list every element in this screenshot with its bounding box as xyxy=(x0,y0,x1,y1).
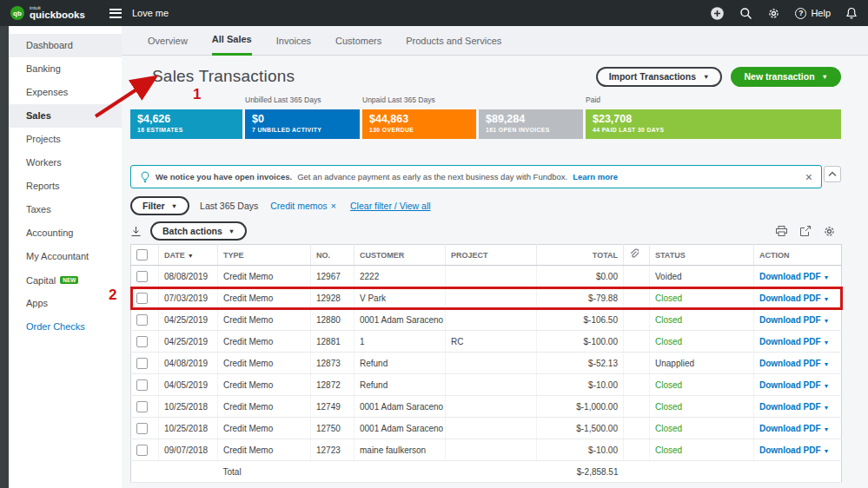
table-row[interactable]: 04/25/2019 Credit Memo 12881 1 RC $-100.… xyxy=(131,331,842,353)
row-checkbox[interactable] xyxy=(136,423,148,434)
row-checkbox[interactable] xyxy=(136,358,148,369)
new-transaction-button[interactable]: New transaction ▼ xyxy=(731,67,841,87)
money-bar-open-invoices[interactable]: $89,284 161 OPEN INVOICES xyxy=(479,109,583,139)
chevron-down-icon[interactable]: ▼ xyxy=(824,383,830,389)
row-checkbox[interactable] xyxy=(136,293,148,304)
print-icon[interactable] xyxy=(775,225,788,237)
chevron-down-icon[interactable]: ▼ xyxy=(824,405,830,411)
status-badge: Closed xyxy=(650,396,754,418)
batch-actions-bar: Batch actions ▼ xyxy=(130,221,841,241)
filter-bar: Filter ▼ Last 365 Days Credit memos × Cl… xyxy=(130,196,841,215)
chevron-down-icon[interactable]: ▼ xyxy=(824,340,830,346)
paperclip-icon xyxy=(629,248,639,260)
sidebar-item-accounting[interactable]: Accounting xyxy=(9,221,122,245)
money-bar-overdue[interactable]: $44,863 130 OVERDUE xyxy=(362,109,476,139)
row-checkbox[interactable] xyxy=(136,314,148,326)
tab-products-services[interactable]: Products and Services xyxy=(406,26,501,56)
row-checkbox[interactable] xyxy=(136,336,148,347)
sidebar-item-capital[interactable]: CapitalNEW xyxy=(9,268,122,292)
chevron-down-icon[interactable]: ▼ xyxy=(824,274,830,280)
tab-invoices[interactable]: Invoices xyxy=(276,26,311,56)
collapse-table-icon[interactable] xyxy=(130,226,142,237)
chevron-down-icon: ▼ xyxy=(822,73,828,81)
chevron-down-icon[interactable]: ▼ xyxy=(824,296,830,302)
column-header-type: TYPE xyxy=(218,245,311,266)
sidebar-item-workers[interactable]: Workers xyxy=(9,151,122,175)
filter-button[interactable]: Filter ▼ xyxy=(130,196,189,215)
chevron-down-icon[interactable]: ▼ xyxy=(824,318,830,324)
money-bar-unbilled[interactable]: $0 7 UNBILLED ACTIVITY xyxy=(245,109,360,139)
table-settings-gear-icon[interactable] xyxy=(823,225,836,238)
chevron-down-icon[interactable]: ▼ xyxy=(824,361,830,367)
download-pdf-link[interactable]: Download PDF xyxy=(759,445,821,455)
download-pdf-link[interactable]: Download PDF xyxy=(759,424,821,433)
credit-memos-filter-chip[interactable]: Credit memos × xyxy=(270,201,336,211)
download-pdf-link[interactable]: Download PDF xyxy=(759,337,821,346)
qb-logo-icon: qb xyxy=(10,6,24,20)
table-row[interactable]: 08/08/2019 Credit Memo 12967 2222 $0.00 … xyxy=(131,266,842,287)
sidebar-item-order-checks[interactable]: Order Checks xyxy=(9,315,122,339)
quickbooks-logo[interactable]: qb intuit quickbooks xyxy=(10,5,85,21)
download-pdf-link[interactable]: Download PDF xyxy=(759,315,821,325)
download-pdf-link[interactable]: Download PDF xyxy=(759,272,821,281)
select-all-checkbox[interactable] xyxy=(136,249,148,260)
sales-transactions-table: DATE▼ TYPE NO. CUSTOMER PROJECT TOTAL ST… xyxy=(130,244,842,483)
status-badge: Voided xyxy=(650,266,754,287)
sidebar-item-reports[interactable]: Reports xyxy=(9,175,122,198)
column-header-total: TOTAL xyxy=(537,245,624,266)
table-total-row: Total $-2,858.51 xyxy=(131,461,842,483)
column-header-date[interactable]: DATE▼ xyxy=(159,245,218,266)
money-bar-paid[interactable]: $23,708 44 PAID LAST 30 DAYS xyxy=(586,109,841,139)
top-bar: qb intuit quickbooks Love me ? Help xyxy=(0,0,868,26)
table-row[interactable]: 09/07/2018 Credit Memo 12723 maine faulk… xyxy=(131,439,842,461)
row-checkbox[interactable] xyxy=(136,379,148,391)
chevron-down-icon[interactable]: ▼ xyxy=(824,448,830,454)
annotation-step-2: 2 xyxy=(109,287,116,304)
annotation-step-1: 1 xyxy=(193,86,201,103)
quick-create-plus-icon[interactable] xyxy=(710,6,725,21)
tab-overview[interactable]: Overview xyxy=(148,26,188,56)
table-row[interactable]: 04/25/2019 Credit Memo 12880 0001 Adam S… xyxy=(131,309,842,331)
notifications-bell-icon[interactable] xyxy=(845,7,858,20)
main-area: Overview All Sales Invoices Customers Pr… xyxy=(122,26,868,488)
chevron-down-icon[interactable]: ▼ xyxy=(824,426,830,432)
search-icon[interactable] xyxy=(739,7,752,20)
table-row[interactable]: 04/05/2019 Credit Memo 12872 Refund $-10… xyxy=(131,374,842,396)
table-row-highlighted[interactable]: 07/03/2019 Credit Memo 12928 V Park $-79… xyxy=(131,287,842,309)
table-row[interactable]: 10/25/2018 Credit Memo 12750 0001 Adam S… xyxy=(131,418,842,439)
row-checkbox[interactable] xyxy=(136,401,148,412)
paid-label: Paid xyxy=(586,96,600,104)
export-icon[interactable] xyxy=(799,225,812,237)
import-transactions-button[interactable]: Import Transactions ▼ xyxy=(596,67,723,87)
hamburger-menu-icon[interactable] xyxy=(109,9,122,18)
row-checkbox[interactable] xyxy=(136,271,148,282)
sidebar-item-taxes[interactable]: Taxes xyxy=(9,198,122,221)
sidebar-item-dashboard[interactable]: Dashboard xyxy=(9,34,122,57)
sidebar-item-apps[interactable]: Apps xyxy=(9,292,122,315)
tab-all-sales[interactable]: All Sales xyxy=(212,26,252,56)
new-badge: NEW xyxy=(60,276,78,284)
status-badge: Closed xyxy=(650,418,754,439)
row-checkbox[interactable] xyxy=(136,445,148,456)
gear-icon[interactable] xyxy=(767,7,780,20)
scroll-up-button[interactable] xyxy=(824,166,841,182)
quickbooks-label: quickbooks xyxy=(30,10,85,21)
chevron-down-icon: ▼ xyxy=(171,202,177,210)
sidebar-item-my-accountant[interactable]: My Accountant xyxy=(9,245,122,268)
learn-more-link[interactable]: Learn more xyxy=(573,172,618,181)
download-pdf-link[interactable]: Download PDF xyxy=(759,359,821,368)
download-pdf-link[interactable]: Download PDF xyxy=(759,402,821,412)
help-button[interactable]: ? Help xyxy=(795,8,831,19)
download-pdf-link[interactable]: Download PDF xyxy=(759,293,821,303)
remove-filter-icon[interactable]: × xyxy=(331,201,336,211)
chevron-down-icon: ▼ xyxy=(703,73,709,81)
batch-actions-button[interactable]: Batch actions ▼ xyxy=(150,221,247,241)
table-row[interactable]: 04/08/2019 Credit Memo 12873 Refund $-52… xyxy=(131,353,842,374)
help-label: Help xyxy=(811,8,831,18)
tab-customers[interactable]: Customers xyxy=(335,26,381,56)
close-icon[interactable]: × xyxy=(805,171,812,183)
clear-filter-link[interactable]: Clear filter / View all xyxy=(350,201,431,211)
table-row[interactable]: 10/25/2018 Credit Memo 12749 0001 Adam S… xyxy=(131,396,842,418)
sidebar-item-projects[interactable]: Projects xyxy=(9,128,122,151)
download-pdf-link[interactable]: Download PDF xyxy=(759,380,821,390)
